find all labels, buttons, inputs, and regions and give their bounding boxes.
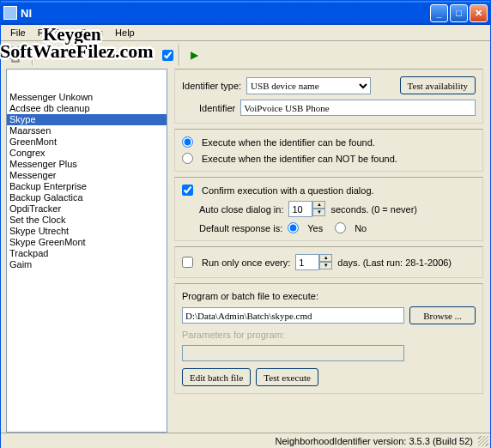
sidebar-item[interactable]: Skype Utrecht bbox=[7, 226, 167, 237]
run-once-group: Run only once every: ▲ ▼ days. (Last run… bbox=[174, 246, 483, 278]
exec-found-label: Execute when the identifier can be found… bbox=[202, 137, 375, 148]
spinner-down-icon[interactable]: ▼ bbox=[319, 262, 332, 269]
toolbar-separator bbox=[179, 45, 180, 65]
monitor-icon[interactable] bbox=[6, 45, 27, 65]
resize-grip-icon[interactable] bbox=[478, 436, 488, 446]
svg-rect-2 bbox=[12, 59, 19, 62]
window-title: NI bbox=[21, 7, 430, 20]
profile-list[interactable]: Messenger UnkownAcdsee db cleanupSkypeMa… bbox=[6, 69, 167, 433]
sidebar-item[interactable]: Maarssen bbox=[7, 125, 167, 136]
no-label: No bbox=[355, 223, 367, 233]
identifier-label: Identifier bbox=[199, 103, 235, 113]
confirm-label: Confirm execution with a question dialog… bbox=[202, 185, 374, 196]
program-label: Program or batch file to execute: bbox=[182, 291, 318, 301]
default-response-label: Default response is: bbox=[199, 223, 282, 233]
menu-help[interactable]: Help bbox=[109, 26, 141, 39]
exec-found-radio[interactable] bbox=[182, 136, 193, 148]
menu-file[interactable]: File bbox=[4, 26, 32, 39]
sidebar-item[interactable]: Skype bbox=[7, 114, 167, 125]
minimize-button[interactable]: _ bbox=[430, 4, 448, 22]
identifier-type-label: Identifier type: bbox=[182, 81, 241, 91]
exec-not-found-radio[interactable] bbox=[182, 153, 193, 164]
sidebar-item[interactable]: Gaim bbox=[7, 259, 167, 270]
sidebar-item[interactable]: Messenger bbox=[7, 170, 167, 181]
sidebar-item[interactable]: Messenger Plus bbox=[7, 159, 167, 170]
identifier-type-select[interactable]: USB device name bbox=[246, 77, 371, 94]
app-window: NI _ □ ✕ File Profiles Tools Help ▶ Keyg… bbox=[0, 0, 491, 448]
main-panel: Identifier type: USB device name Test av… bbox=[171, 69, 490, 433]
exec-not-found-label: Execute when the identifier can NOT be f… bbox=[202, 154, 397, 164]
yes-label: Yes bbox=[307, 223, 323, 233]
program-path-input[interactable] bbox=[182, 307, 404, 324]
execute-condition-group: Execute when the identifier can be found… bbox=[174, 129, 483, 172]
close-button[interactable]: ✕ bbox=[470, 4, 488, 22]
sidebar-item[interactable]: Congrex bbox=[7, 148, 167, 159]
response-no-radio[interactable] bbox=[335, 222, 346, 233]
browse-button[interactable]: Browse ... bbox=[409, 306, 476, 324]
sidebar-item[interactable]: OpdiTracker bbox=[7, 203, 167, 215]
status-text: NeighborhoodIdentifier version: 3.5.3 (B… bbox=[275, 436, 473, 446]
sidebar-item[interactable]: Set the Clock bbox=[7, 215, 167, 226]
content-area: Messenger UnkownAcdsee db cleanupSkypeMa… bbox=[1, 69, 490, 433]
spinner-up-icon[interactable]: ▲ bbox=[319, 254, 332, 262]
identifier-group: Identifier type: USB device name Test av… bbox=[174, 69, 483, 124]
play-icon[interactable]: ▶ bbox=[191, 49, 198, 61]
toolbar-separator bbox=[32, 45, 33, 65]
sidebar-item[interactable]: Backup Galactica bbox=[7, 192, 167, 203]
test-availability-button[interactable]: Test availability bbox=[400, 76, 476, 94]
auto-close-suffix: seconds. (0 = never) bbox=[330, 204, 417, 215]
sidebar-item[interactable]: Skype GreenMont bbox=[7, 237, 167, 248]
test-execute-button[interactable]: Test execute bbox=[256, 368, 318, 386]
menu-tools[interactable]: Tools bbox=[75, 26, 109, 39]
confirm-group: Confirm execution with a question dialog… bbox=[174, 177, 483, 241]
program-group: Program or batch file to execute: Browse… bbox=[174, 283, 483, 394]
sidebar-item[interactable]: Messenger Unkown bbox=[7, 92, 167, 103]
auto-close-label: Auto close dialog in: bbox=[199, 204, 283, 215]
run-once-checkbox[interactable] bbox=[182, 257, 193, 268]
sidebar-item[interactable]: GreenMont bbox=[7, 136, 167, 148]
svg-rect-1 bbox=[9, 49, 21, 57]
spinner-up-icon[interactable]: ▲ bbox=[312, 201, 325, 209]
menu-profiles[interactable]: Profiles bbox=[32, 26, 76, 39]
titlebar: NI _ □ ✕ bbox=[1, 1, 490, 25]
run-once-label: Run only once every: bbox=[202, 257, 290, 268]
run-once-suffix: days. (Last run: 28-1-2006) bbox=[337, 257, 452, 268]
app-icon bbox=[3, 6, 17, 20]
auto-close-spinner[interactable]: ▲ ▼ bbox=[288, 201, 325, 217]
sidebar-item[interactable]: Acdsee db cleanup bbox=[7, 103, 167, 114]
toolbar-checkbox[interactable] bbox=[162, 50, 173, 61]
identifier-input[interactable] bbox=[240, 100, 476, 116]
menubar: File Profiles Tools Help bbox=[1, 25, 490, 41]
sidebar-item[interactable]: Backup Enterprise bbox=[7, 181, 167, 192]
auto-close-input[interactable] bbox=[288, 201, 312, 217]
toolbar: ▶ bbox=[1, 41, 490, 69]
edit-batch-button[interactable]: Edit batch file bbox=[182, 368, 251, 386]
params-input bbox=[182, 345, 404, 361]
statusbar: NeighborhoodIdentifier version: 3.5.3 (B… bbox=[1, 433, 490, 448]
response-yes-radio[interactable] bbox=[288, 222, 299, 233]
confirm-checkbox[interactable] bbox=[182, 185, 193, 196]
spinner-down-icon[interactable]: ▼ bbox=[312, 209, 325, 216]
params-label: Parameters for program: bbox=[182, 330, 285, 340]
sidebar-item[interactable]: Trackpad bbox=[7, 248, 167, 259]
run-once-input[interactable] bbox=[295, 254, 319, 270]
run-once-spinner[interactable]: ▲ ▼ bbox=[295, 254, 332, 270]
maximize-button[interactable]: □ bbox=[450, 4, 468, 22]
